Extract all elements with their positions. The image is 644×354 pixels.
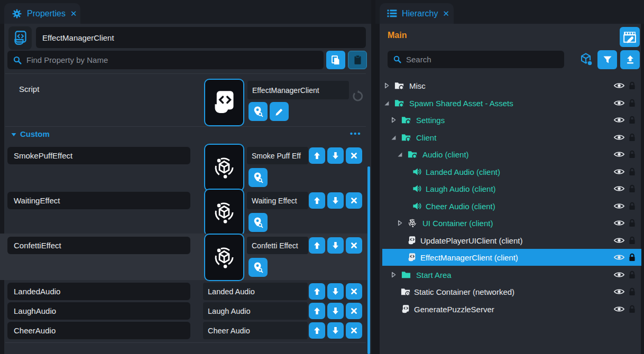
remove-button[interactable] <box>346 237 362 254</box>
tree-row[interactable]: EffectManagerClient (client) <box>382 249 641 266</box>
hierarchy-search-input[interactable] <box>406 55 559 64</box>
remove-button[interactable] <box>346 283 362 300</box>
visibility-eye-icon[interactable] <box>613 183 625 194</box>
asset-reference-field[interactable]: Smoke Puff Eff <box>247 147 308 164</box>
visibility-eye-icon[interactable] <box>613 166 625 178</box>
locate-asset-button[interactable] <box>249 168 268 187</box>
hierarchy-search-box[interactable] <box>388 51 564 68</box>
remove-button[interactable] <box>346 192 362 209</box>
script-asset-thumbnail[interactable] <box>204 79 244 126</box>
property-name-field[interactable]: ConfettiEffect <box>7 237 190 254</box>
lock-icon[interactable] <box>628 201 637 210</box>
move-down-button[interactable] <box>327 237 344 254</box>
remove-button[interactable] <box>346 322 362 339</box>
asset-reference-field[interactable]: Waiting Effect <box>247 192 308 209</box>
preview-world-button[interactable] <box>620 27 640 47</box>
lock-icon[interactable] <box>628 253 637 262</box>
move-down-button[interactable] <box>327 192 344 209</box>
reset-icon[interactable] <box>351 90 364 103</box>
properties-scrollbar[interactable] <box>367 166 370 354</box>
visibility-eye-icon[interactable] <box>613 132 625 143</box>
tree-row[interactable]: Landed Audio (client) <box>375 163 641 180</box>
locate-script-button[interactable] <box>249 102 268 121</box>
visibility-eye-icon[interactable] <box>613 114 625 126</box>
lock-icon[interactable] <box>628 287 637 296</box>
locate-asset-button[interactable] <box>249 258 268 277</box>
tree-row[interactable]: Client <box>375 129 641 146</box>
tree-row[interactable]: Laugh Audio (client) <box>375 180 641 197</box>
tree-row[interactable]: Static Container (networked) <box>375 283 641 300</box>
close-icon[interactable]: ✕ <box>70 9 77 18</box>
visibility-eye-icon[interactable] <box>613 148 625 160</box>
publish-button[interactable] <box>620 50 640 69</box>
move-down-button[interactable] <box>327 303 344 319</box>
remove-button[interactable] <box>346 147 362 164</box>
tree-row[interactable]: Cheer Audio (client) <box>375 198 641 215</box>
tree-row[interactable]: Audio (client) <box>375 146 641 163</box>
close-icon[interactable]: ✕ <box>443 9 449 18</box>
move-up-button[interactable] <box>309 283 325 300</box>
tree-row[interactable]: Misc <box>375 77 641 94</box>
lock-icon[interactable] <box>628 98 637 107</box>
move-up-button[interactable] <box>309 322 325 339</box>
visibility-eye-icon[interactable] <box>613 200 625 212</box>
property-search-input[interactable] <box>26 55 318 64</box>
tab-hierarchy[interactable]: Hierarchy ✕ <box>380 3 454 24</box>
edit-script-button[interactable] <box>270 102 289 121</box>
move-up-button[interactable] <box>309 303 325 319</box>
move-down-button[interactable] <box>327 147 344 164</box>
locate-asset-button[interactable] <box>249 213 268 232</box>
tree-row[interactable]: UI Container (client) <box>375 215 641 231</box>
asset-reference-field[interactable]: Laugh Audio <box>203 302 308 320</box>
lock-icon[interactable] <box>628 133 637 142</box>
visibility-eye-icon[interactable] <box>613 251 625 263</box>
tree-row[interactable]: Start Area <box>375 266 641 283</box>
collapse-arrow-icon[interactable] <box>390 134 397 141</box>
property-search-box[interactable] <box>7 51 324 69</box>
property-name-field[interactable]: CheerAudio <box>7 322 190 339</box>
visibility-eye-icon[interactable] <box>613 303 625 315</box>
lock-icon[interactable] <box>628 236 637 245</box>
collapse-arrow-icon[interactable] <box>396 151 403 158</box>
expand-arrow-icon[interactable] <box>383 82 390 89</box>
move-up-button[interactable] <box>309 192 325 209</box>
tab-properties[interactable]: Properties ✕ <box>4 3 80 24</box>
visibility-eye-icon[interactable] <box>613 269 625 281</box>
move-down-button[interactable] <box>327 283 344 300</box>
tree-row[interactable]: Spawn Shared Asset - Assets <box>375 95 641 111</box>
lock-icon[interactable] <box>628 150 637 159</box>
remove-button[interactable] <box>346 303 362 319</box>
lock-icon[interactable] <box>628 81 637 90</box>
expand-arrow-icon[interactable] <box>396 219 403 227</box>
lock-icon[interactable] <box>628 184 637 193</box>
expand-arrow-icon[interactable] <box>390 116 397 124</box>
visibility-eye-icon[interactable] <box>613 286 625 297</box>
expand-arrow-icon[interactable] <box>390 271 397 278</box>
visibility-eye-icon[interactable] <box>613 80 625 91</box>
entity-name-input[interactable] <box>36 27 366 48</box>
asset-thumbnail[interactable] <box>204 144 244 191</box>
paste-properties-button[interactable] <box>348 51 367 69</box>
lock-icon[interactable] <box>628 219 637 228</box>
filter-button[interactable] <box>597 50 617 69</box>
property-name-field[interactable]: LaughAudio <box>7 302 190 320</box>
asset-reference-field[interactable]: Cheer Audio <box>203 322 308 339</box>
asset-thumbnail[interactable] <box>204 189 244 236</box>
copy-properties-button[interactable] <box>326 51 345 69</box>
asset-thumbnail[interactable] <box>204 234 244 281</box>
property-name-field[interactable]: SmokePuffEffect <box>7 147 190 164</box>
visibility-eye-icon[interactable] <box>613 235 625 246</box>
move-up-button[interactable] <box>309 147 325 164</box>
lock-icon[interactable] <box>628 270 637 279</box>
collapse-arrow-icon[interactable] <box>383 99 390 107</box>
move-down-button[interactable] <box>327 322 344 339</box>
lock-icon[interactable] <box>628 167 637 176</box>
custom-section-menu-button[interactable]: ••• <box>350 129 362 138</box>
property-name-field[interactable]: LandedAudio <box>7 283 190 300</box>
visibility-eye-icon[interactable] <box>613 97 625 109</box>
asset-view-toggle[interactable] <box>579 52 593 67</box>
tree-row[interactable]: UpdatePlayerUIClient (client) <box>375 232 641 249</box>
tree-row[interactable]: GeneratePuzzleServer <box>375 301 641 318</box>
lock-icon[interactable] <box>628 304 637 313</box>
lock-icon[interactable] <box>628 116 637 125</box>
